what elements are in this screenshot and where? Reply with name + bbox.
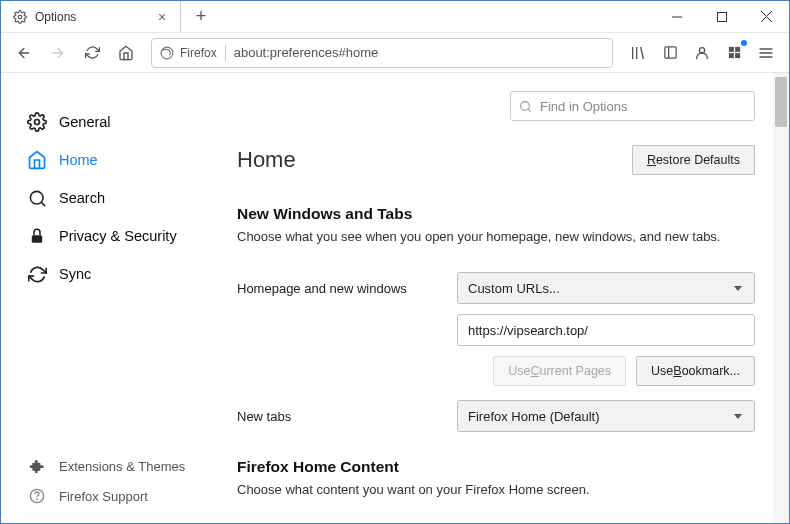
scroll-thumb[interactable]	[775, 77, 787, 127]
sidebar-item-home[interactable]: Home	[23, 141, 211, 179]
toolbar: Firefox about:preferences#home	[1, 33, 789, 73]
identity-label: Firefox	[180, 46, 217, 60]
section-subtext: Choose what content you want on your Fir…	[237, 482, 755, 497]
sync-icon	[27, 264, 47, 284]
gear-icon	[13, 10, 27, 24]
preferences-main: Find in Options Home Restore Defaults Ne…	[211, 73, 789, 523]
maximize-button[interactable]	[699, 2, 744, 32]
search-placeholder: Find in Options	[540, 99, 627, 114]
new-tab-button[interactable]: +	[187, 3, 215, 31]
select-value: Firefox Home (Default)	[468, 409, 599, 424]
sidebar-item-sync[interactable]: Sync	[23, 255, 211, 293]
use-current-pages-button[interactable]: Use Current Pages	[493, 356, 626, 386]
section-heading: New Windows and Tabs	[237, 205, 755, 223]
sidebar-item-privacy[interactable]: Privacy & Security	[23, 217, 211, 255]
menu-button[interactable]	[751, 38, 781, 68]
sidebar-item-general[interactable]: General	[23, 103, 211, 141]
home-button[interactable]	[111, 38, 141, 68]
tab-title: Options	[35, 10, 146, 24]
url-text: about:preferences#home	[234, 45, 604, 60]
puzzle-icon	[27, 456, 47, 476]
identity-box[interactable]: Firefox	[160, 46, 217, 60]
extensions-button[interactable]	[719, 38, 749, 68]
restore-defaults-button[interactable]: Restore Defaults	[632, 145, 755, 175]
help-icon	[27, 486, 47, 506]
select-value: Custom URLs...	[468, 281, 560, 296]
svg-line-26	[528, 109, 530, 111]
svg-point-24	[37, 499, 38, 500]
close-window-button[interactable]	[744, 2, 789, 32]
svg-line-8	[641, 47, 644, 59]
homepage-label: Homepage and new windows	[237, 281, 447, 296]
lock-icon	[27, 226, 47, 246]
scrollbar[interactable]	[773, 73, 789, 523]
sidebar-item-label: Sync	[59, 266, 91, 282]
sidebar-item-support[interactable]: Firefox Support	[23, 481, 211, 511]
sidebar-item-label: Home	[59, 152, 98, 168]
sidebar-item-label: Search	[59, 190, 105, 206]
svg-point-19	[35, 120, 40, 125]
svg-rect-14	[728, 53, 733, 58]
content-area: General Home Search Privacy & Security S…	[1, 73, 789, 523]
use-bookmark-button[interactable]: Use Bookmark...	[636, 356, 755, 386]
sidebar-item-label: General	[59, 114, 111, 130]
window-controls	[654, 2, 789, 32]
search-icon	[519, 100, 532, 113]
close-tab-icon[interactable]: ×	[154, 9, 170, 25]
svg-rect-12	[728, 47, 733, 52]
sidebar-item-extensions[interactable]: Extensions & Themes	[23, 451, 211, 481]
homepage-mode-select[interactable]: Custom URLs...	[457, 272, 755, 304]
svg-rect-22	[32, 235, 43, 243]
home-icon	[27, 150, 47, 170]
titlebar: Options × +	[1, 1, 789, 33]
newtabs-label: New tabs	[237, 409, 447, 424]
reload-button[interactable]	[77, 38, 107, 68]
forward-button[interactable]	[43, 38, 73, 68]
svg-point-11	[699, 47, 704, 52]
sidebar-item-label: Firefox Support	[59, 489, 148, 504]
sidebar-item-search[interactable]: Search	[23, 179, 211, 217]
search-icon	[27, 188, 47, 208]
browser-tab[interactable]: Options ×	[1, 1, 181, 32]
svg-rect-13	[735, 47, 740, 52]
sidebar-toggle-button[interactable]	[655, 38, 685, 68]
preferences-sidebar: General Home Search Privacy & Security S…	[1, 73, 211, 523]
svg-rect-2	[717, 12, 726, 21]
newtabs-select[interactable]: Firefox Home (Default)	[457, 400, 755, 432]
url-bar[interactable]: Firefox about:preferences#home	[151, 38, 613, 68]
firefox-icon	[160, 46, 174, 60]
svg-line-21	[41, 202, 44, 205]
homepage-url-input[interactable]	[457, 314, 755, 346]
section-heading: Firefox Home Content	[237, 458, 755, 476]
find-in-options-input[interactable]: Find in Options	[510, 91, 755, 121]
minimize-button[interactable]	[654, 2, 699, 32]
svg-rect-15	[735, 53, 740, 58]
library-button[interactable]	[623, 38, 653, 68]
page-title: Home	[237, 147, 622, 173]
account-button[interactable]	[687, 38, 717, 68]
sidebar-item-label: Extensions & Themes	[59, 459, 185, 474]
svg-point-0	[18, 15, 22, 19]
gear-icon	[27, 112, 47, 132]
back-button[interactable]	[9, 38, 39, 68]
separator	[225, 45, 226, 61]
sidebar-item-label: Privacy & Security	[59, 228, 177, 244]
svg-rect-9	[664, 47, 675, 58]
section-subtext: Choose what you see when you open your h…	[237, 229, 755, 244]
